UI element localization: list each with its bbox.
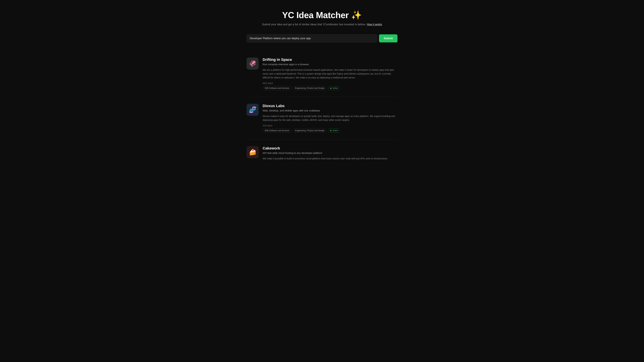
results-list: 🦑 Drifting in Space Run compute-intensiv…: [246, 51, 398, 170]
company-logo: 🧬: [246, 104, 258, 116]
active-dot-icon: [330, 130, 332, 131]
active-dot-icon: [330, 88, 332, 89]
company-name: Cakework: [263, 146, 398, 150]
company-name: Dioxus Labs: [263, 104, 398, 108]
active-badge: Active: [328, 86, 340, 90]
logo-emoji: 🧬: [249, 106, 256, 113]
company-tagline: API that adds cloud hosting to any devel…: [263, 151, 398, 154]
active-label: Active: [332, 129, 338, 132]
tag-b2b: B2B Software and Services: [263, 129, 292, 133]
tags-row: B2B Software and Services Engineering, P…: [263, 129, 398, 133]
tags-row: B2B Software and Services Engineering, P…: [263, 86, 398, 90]
search-input[interactable]: [246, 34, 377, 42]
submit-button[interactable]: Submit: [379, 34, 398, 42]
logo-emoji: 🦑: [249, 60, 256, 67]
tag-engineering: Engineering, Product and Design: [293, 129, 327, 133]
active-badge: Active: [328, 129, 340, 133]
company-description: We are a platform for high-performance b…: [263, 68, 398, 80]
company-name: Drifting in Space: [263, 57, 398, 62]
subtitle-text: Submit your idea and get a list of simil…: [262, 23, 365, 26]
result-item: 🍰 Cakework API that adds cloud hosting t…: [246, 139, 398, 170]
search-bar: Submit: [246, 34, 398, 42]
batch-label: S23 batch: [263, 124, 398, 127]
company-description: Dioxus makes it easy for developers to q…: [263, 114, 398, 122]
company-info: Drifting in Space Run compute-intensive …: [263, 57, 398, 90]
tag-engineering: Engineering, Product and Design: [293, 86, 327, 90]
company-tagline: Run compute-intensive apps in a browser: [263, 63, 398, 66]
company-logo: 🍰: [246, 146, 258, 158]
header: YC Idea Matcher ✨ Submit your idea and g…: [246, 10, 398, 26]
tag-b2b: B2B Software and Services: [263, 86, 292, 90]
result-item: 🦑 Drifting in Space Run compute-intensiv…: [246, 51, 398, 97]
active-label: Active: [332, 87, 338, 89]
result-item: 🧬 Dioxus Labs Web, Desktop, and Mobile a…: [246, 97, 398, 139]
company-info: Dioxus Labs Web, Desktop, and Mobile app…: [263, 104, 398, 133]
subtitle: Submit your idea and get a list of simil…: [246, 23, 398, 26]
company-description: We make it possible to build a serverles…: [263, 157, 398, 161]
batch-label: W22 batch: [263, 82, 398, 84]
how-it-works-link[interactable]: How it works: [367, 23, 382, 26]
page-container: YC Idea Matcher ✨ Submit your idea and g…: [246, 10, 398, 170]
logo-emoji: 🍰: [249, 149, 256, 156]
company-tagline: Web, Desktop, and Mobile apps with one c…: [263, 109, 398, 112]
page-title: YC Idea Matcher ✨: [246, 10, 398, 20]
company-info: Cakework API that adds cloud hosting to …: [263, 146, 398, 163]
company-logo: 🦑: [246, 57, 258, 69]
